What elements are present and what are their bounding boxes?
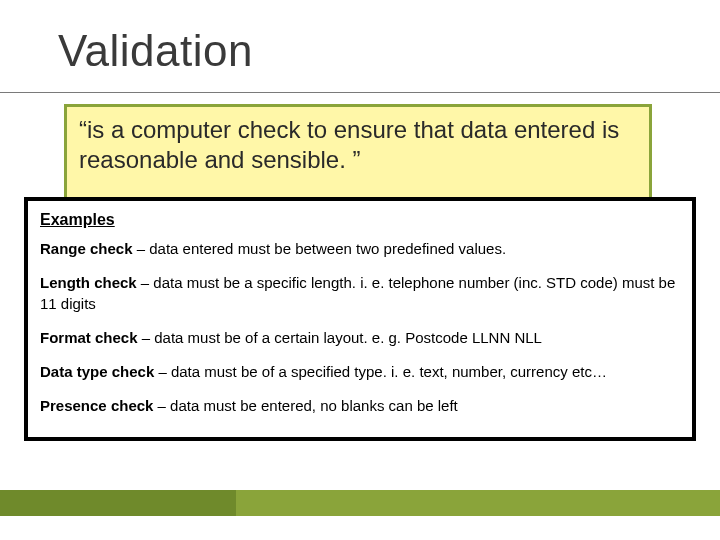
- definition-text: “is a computer check to ensure that data…: [79, 115, 637, 175]
- example-name: Data type check: [40, 363, 154, 380]
- example-name: Length check: [40, 274, 137, 291]
- example-desc: – data entered must be between two prede…: [133, 240, 507, 257]
- example-item: Data type check – data must be of a spec…: [40, 362, 680, 382]
- example-desc: – data must be of a specified type. i. e…: [154, 363, 607, 380]
- examples-heading: Examples: [40, 211, 680, 229]
- example-name: Format check: [40, 329, 138, 346]
- example-item: Presence check – data must be entered, n…: [40, 396, 680, 416]
- example-desc: – data must be entered, no blanks can be…: [153, 397, 457, 414]
- footer-accent-dark: [0, 490, 236, 516]
- title-underline: [0, 92, 720, 93]
- example-item: Range check – data entered must be betwe…: [40, 239, 680, 259]
- example-item: Length check – data must be a specific l…: [40, 273, 680, 314]
- example-item: Format check – data must be of a certain…: [40, 328, 680, 348]
- example-desc: – data must be of a certain layout. e. g…: [138, 329, 542, 346]
- examples-panel: Examples Range check – data entered must…: [24, 197, 696, 441]
- slide-title: Validation: [58, 26, 253, 76]
- example-name: Range check: [40, 240, 133, 257]
- example-name: Presence check: [40, 397, 153, 414]
